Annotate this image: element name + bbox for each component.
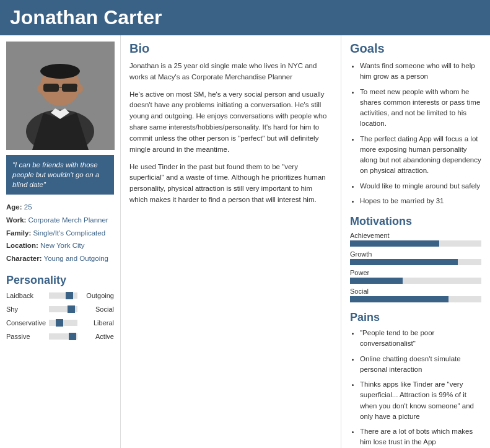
page-title: Jonathan Carter — [10, 6, 480, 29]
motivation-label: Achievement — [350, 232, 481, 239]
trait-row-0: Laidback Outgoing — [6, 292, 114, 299]
trait-left-label: Passive — [6, 333, 46, 340]
bio-title: Bio — [129, 42, 332, 56]
character-row: Character: Young and Outgoing — [6, 252, 114, 265]
age-row: Age: 25 — [6, 201, 114, 214]
profile-details: Age: 25 Work: Corporate Merch Planner Fa… — [6, 201, 114, 265]
goal-item-1: To meet new people with whom he shares c… — [360, 87, 481, 130]
character-value: Young and Outgoing — [44, 255, 108, 262]
goal-item-0: Wants find someone who will to help him … — [360, 61, 481, 82]
trait-indicator — [66, 292, 73, 299]
personality-section: Personality Laidback Outgoing Shy Social… — [6, 274, 114, 340]
pain-item-1: Online chatting doesn't simulate persona… — [360, 354, 481, 376]
left-column: "I can be friends with those people but … — [0, 35, 121, 448]
bio-paragraph-0: Jonathan is a 25 year old single male wh… — [129, 61, 332, 83]
age-value: 25 — [24, 203, 32, 211]
svg-rect-5 — [62, 84, 77, 92]
goal-item-2: The perfect dating App will focus a lot … — [360, 134, 481, 177]
bio-paragraphs: Jonathan is a 25 year old single male wh… — [129, 61, 332, 206]
quote-text: "I can be friends with those people but … — [12, 161, 99, 188]
trait-bar — [49, 333, 77, 340]
motivation-item-3: Social — [350, 288, 481, 302]
trait-left-label: Laidback — [6, 292, 46, 299]
motivation-bar-fill — [350, 296, 448, 302]
trait-bar — [49, 306, 77, 312]
motivation-label: Growth — [350, 250, 481, 258]
trait-row-3: Passive Active — [6, 333, 114, 340]
trait-bar — [49, 292, 77, 299]
bio-column: Bio Jonathan is a 25 year old single mal… — [121, 35, 341, 448]
trait-indicator — [69, 333, 76, 340]
location-row: Location: New York City — [6, 239, 114, 252]
motivation-item-0: Achievement — [350, 232, 481, 247]
trait-right-label: Outgoing — [80, 292, 114, 299]
motivation-bar-bg — [350, 259, 481, 265]
family-row: Family: Single/It's Complicated — [6, 227, 114, 240]
trait-row-2: Conservative Liberal — [6, 319, 114, 327]
profile-photo — [6, 42, 115, 150]
quote-box: "I can be friends with those people but … — [6, 155, 114, 195]
trait-right-label: Active — [80, 333, 114, 340]
family-label: Family: — [6, 229, 31, 237]
bio-paragraph-1: He's active on most SM, he's a very soci… — [129, 89, 332, 156]
family-value: Single/It's Complicated — [33, 229, 105, 237]
motivation-bar-bg — [350, 240, 481, 247]
trait-left-label: Conservative — [6, 319, 46, 327]
pain-item-3: There are a lot of bots which makes him … — [360, 426, 481, 448]
trait-indicator — [56, 319, 63, 327]
goal-item-3: Would like to mingle around but safely — [360, 181, 481, 191]
svg-point-8 — [77, 84, 83, 93]
right-column: Goals Wants find someone who will to hel… — [341, 35, 490, 448]
motivation-bar-fill — [350, 259, 458, 265]
svg-point-3 — [40, 64, 80, 79]
trait-row-1: Shy Social — [6, 305, 114, 313]
work-label: Work: — [6, 216, 26, 224]
pain-item-2: Thinks apps like Tinder are "very superf… — [360, 379, 481, 422]
pains-list: "People tend to be poor conversationalis… — [350, 328, 481, 448]
motivation-bar-fill — [350, 278, 403, 284]
motivation-label: Power — [350, 269, 481, 276]
character-label: Character: — [6, 255, 42, 262]
main-content: "I can be friends with those people but … — [0, 35, 490, 448]
age-label: Age: — [6, 203, 22, 211]
pains-title: Pains — [350, 311, 481, 324]
trait-rows: Laidback Outgoing Shy Social Conservativ… — [6, 292, 114, 340]
motivation-bar-bg — [350, 278, 481, 284]
motivation-item-2: Power — [350, 269, 481, 284]
motivation-label: Social — [350, 288, 481, 295]
goals-list: Wants find someone who will to help him … — [350, 61, 481, 206]
location-label: Location: — [6, 242, 38, 249]
trait-bar — [49, 320, 77, 326]
goals-title: Goals — [350, 42, 481, 56]
goal-item-4: Hopes to be married by 31 — [360, 196, 481, 206]
motivation-item-1: Growth — [350, 250, 481, 265]
svg-rect-4 — [43, 84, 59, 92]
work-row: Work: Corporate Merch Planner — [6, 214, 114, 227]
motivations-title: Motivations — [350, 215, 481, 228]
personality-title: Personality — [6, 274, 114, 287]
trait-indicator — [68, 305, 75, 313]
location-value: New York City — [40, 242, 85, 249]
motivation-bar-fill — [350, 240, 439, 247]
bio-paragraph-2: He used Tinder in the past but found the… — [129, 162, 332, 206]
trait-left-label: Shy — [6, 305, 46, 313]
pain-item-0: "People tend to be poor conversationalis… — [360, 328, 481, 349]
motivations-bars: Achievement Growth Power Social — [350, 232, 481, 302]
motivation-bar-bg — [350, 296, 481, 302]
work-value: Corporate Merch Planner — [28, 216, 108, 224]
header: Jonathan Carter — [0, 0, 490, 35]
trait-right-label: Social — [80, 305, 114, 313]
trait-right-label: Liberal — [80, 319, 114, 327]
svg-point-7 — [37, 84, 43, 93]
